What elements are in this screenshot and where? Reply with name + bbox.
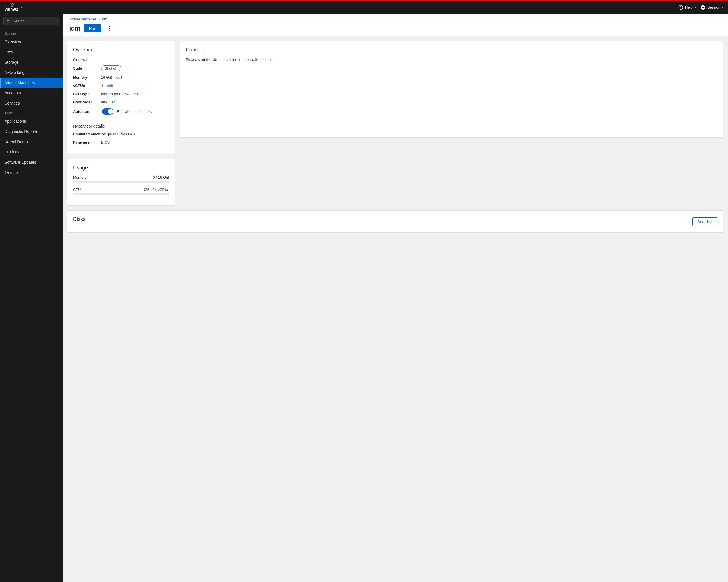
cpu-bar-background [73,193,169,195]
memory-edit-link[interactable]: edit [116,75,122,80]
cpu-type-label: CPU type [73,92,99,96]
tools-section-label: Tools [0,108,62,116]
topbar: root@ vmm01 ▾ ? Help ▾ Session ▾ [0,0,728,13]
search-placeholder: Search [13,19,24,23]
help-label: Help [685,5,693,9]
search-input[interactable]: Search [3,17,59,25]
cpu-type-value: custom (qemu64) [101,92,130,96]
host-chevron-icon: ▾ [21,6,22,9]
usage-card-title: Usage [73,165,169,171]
cpu-usage-row: CPU 0% of 4 vCPUs [73,188,169,195]
topbar-actions: ? Help ▾ Session ▾ [678,5,724,10]
boot-order-edit-link[interactable]: edit [111,100,118,104]
memory-value: 16 GiB [101,75,112,80]
sidebar-item-storage[interactable]: Storage [0,57,62,67]
sidebar-item-software-updates[interactable]: Software Updates [0,157,62,167]
search-icon [6,19,10,23]
state-badge: Shut off [101,65,121,71]
session-button[interactable]: Session ▾ [700,5,724,10]
session-label: Session [707,5,720,9]
svg-text:?: ? [680,5,682,9]
cpu-type-row: CPU type custom (qemu64) edit [73,92,169,96]
vcpus-row: vCPUs 4 edit [73,84,169,88]
sidebar-item-overview[interactable]: Overview [0,37,62,47]
vcpus-label: vCPUs [73,84,99,88]
overview-card-title: Overview [73,47,169,53]
topbar-machine: vmm01 [4,7,18,12]
cpu-usage-label: CPU [73,188,81,192]
help-icon: ? [678,5,683,10]
memory-bar-background [73,181,169,183]
page-header: Virtual machines › idm idm Run ⋮ [62,13,728,36]
breadcrumb: Virtual machines › idm [69,17,721,21]
sidebar-item-applications[interactable]: Applications [0,116,62,127]
sidebar-item-diagnostic-reports[interactable]: Diagnostic Reports [0,127,62,137]
autostart-toggle[interactable] [102,108,113,114]
emulated-machine-value: pc-q35-rhel8.6.0 [108,132,135,136]
cards-area: Overview General State Shut off Memory 1… [62,36,728,210]
disks-area: Disks Add disk [62,210,728,237]
memory-usage-row: Memory 0 / 16 GiB [73,175,169,183]
more-options-button[interactable]: ⋮ [105,24,114,33]
divider [73,119,169,119]
firmware-value: BIOS [101,140,110,144]
console-card: Console Please start the virtual machine… [180,41,724,138]
memory-usage-label: Memory [73,175,86,179]
overview-card: Overview General State Shut off Memory 1… [67,41,175,154]
content-area: Virtual machines › idm idm Run ⋮ Overvie… [62,13,728,582]
memory-label: Memory [73,75,99,80]
firmware-row: Firmware BIOS [73,140,169,144]
console-message: Please start the virtual machine to acce… [186,57,718,62]
breadcrumb-current: idm [101,17,107,21]
firmware-label: Firmware [73,140,99,144]
sidebar-item-services[interactable]: Services [0,98,62,108]
page-title: idm [69,24,80,32]
console-card-title: Console [186,47,718,53]
sidebar-item-networking[interactable]: Networking [0,67,62,78]
help-chevron-icon: ▾ [695,6,696,9]
disks-card: Disks Add disk [67,210,724,233]
vcpus-value: 4 [101,84,103,88]
state-label: State [73,66,99,71]
emulated-machine-label: Emulated machine [73,132,106,136]
cpu-type-edit-link[interactable]: edit [134,92,140,96]
gear-icon [700,5,705,10]
sidebar-item-kernel-dump[interactable]: Kernel Dump [0,137,62,147]
cpu-usage-value: 0% of 4 vCPUs [144,188,169,192]
sidebar-item-virtual-machines[interactable]: Virtual Machines [0,78,62,88]
run-button[interactable]: Run [84,24,102,32]
disks-card-title: Disks [73,216,85,222]
sidebar-item-terminal[interactable]: Terminal [0,167,62,177]
system-section-label: System [0,29,62,37]
topbar-user: root@ [4,3,18,7]
emulated-machine-row: Emulated machine pc-q35-rhel8.6.0 [73,132,169,136]
hypervisor-section-label: Hypervisor details [73,124,169,129]
usage-card: Usage Memory 0 / 16 GiB CPU 0 [67,159,175,206]
sidebar-item-accounts[interactable]: Accounts [0,88,62,98]
autostart-label: Autostart [73,109,99,114]
boot-order-value: disk [101,100,107,104]
sidebar-item-logs[interactable]: Logs [0,47,62,57]
boot-order-row: Boot order disk edit [73,100,169,104]
add-disk-button[interactable]: Add disk [693,217,718,226]
autostart-value: Run when host boots [117,109,152,114]
left-column: Overview General State Shut off Memory 1… [67,41,175,206]
session-chevron-icon: ▾ [722,6,724,9]
breadcrumb-separator: › [98,17,100,21]
memory-row: Memory 16 GiB edit [73,75,169,80]
memory-usage-value: 0 / 16 GiB [153,175,169,179]
right-column: Console Please start the virtual machine… [180,41,724,138]
autostart-row: Autostart Run when host boots [73,108,169,114]
help-button[interactable]: ? Help ▾ [678,5,696,10]
breadcrumb-parent[interactable]: Virtual machines [69,17,97,21]
general-section-label: General [73,57,169,62]
sidebar-item-selinux[interactable]: SELinux [0,147,62,157]
state-row: State Shut off [73,65,169,71]
boot-order-label: Boot order [73,100,99,104]
host-selector[interactable]: root@ vmm01 ▾ [4,3,22,12]
vcpus-edit-link[interactable]: edit [107,84,113,88]
sidebar: Search System Overview Logs Storage Netw… [0,13,62,582]
